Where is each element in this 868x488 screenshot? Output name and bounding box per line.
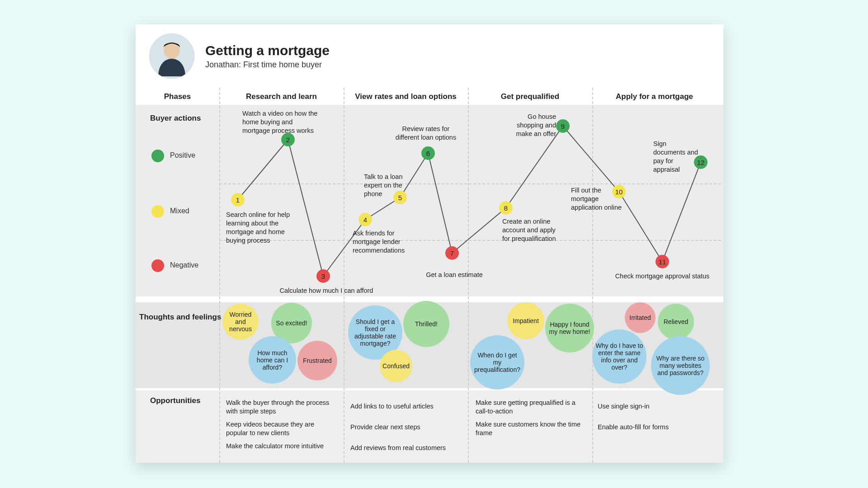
thought-bubble: Why do I have to enter the same info ove… — [592, 329, 646, 384]
col-header-prequal: Get prequalified — [468, 92, 592, 101]
thought-bubble: How much home can I afford? — [249, 336, 296, 384]
journey-node-4: 4 — [359, 213, 372, 226]
journey-node-11: 11 — [656, 255, 669, 268]
journey-node-11-label: Check mortgage approval status — [610, 272, 714, 281]
thought-bubble: Worried and nervous — [222, 304, 259, 340]
legend-label-negative: Negative — [170, 261, 198, 269]
thought-bubble: Frustrated — [297, 341, 337, 380]
row-label-opportunities: Opportunities — [150, 396, 200, 405]
col-header-research: Research and learn — [219, 92, 344, 101]
thought-bubble: Thrilled! — [403, 301, 449, 347]
opportunity-item: Use single sign-in — [598, 402, 702, 411]
journey-node-6-label: Review rates for different loan options — [390, 125, 462, 142]
journey-node-3: 3 — [316, 269, 330, 283]
hdivider — [219, 240, 721, 241]
avatar-icon — [149, 33, 194, 79]
legend-dot-negative — [151, 259, 164, 272]
opportunity-item: Keep videos because they are popular to … — [226, 420, 330, 437]
journey-node-1-label: Search online for help learning about th… — [226, 211, 294, 244]
opportunity-item: Make sure customers know the time frame — [476, 420, 582, 437]
col-header-rates: View rates and loan options — [344, 92, 468, 101]
row-label-buyer-actions: Buyer actions — [150, 114, 201, 123]
legend-label-positive: Positive — [170, 151, 195, 160]
opportunity-item: Add links to to useful articles — [350, 402, 454, 411]
opportunity-item: Make the calculator more intuitive — [226, 442, 330, 450]
opportunity-item: Provide clear next steps — [350, 423, 454, 432]
thought-bubble: Impatient — [507, 302, 544, 339]
legend-dot-positive — [151, 150, 164, 162]
journey-node-10-label: Fill out the mortgage application online — [571, 186, 625, 212]
header: Getting a mortgage Jonathan: First time … — [149, 33, 330, 79]
hdivider — [219, 183, 721, 184]
thought-bubble: Happy I found my new home! — [545, 304, 594, 352]
vdivider — [219, 88, 220, 463]
journey-node-3-label: Calculate how much I can afford — [277, 286, 376, 295]
opportunity-item: Enable auto-fill for forms — [598, 423, 702, 432]
vdivider — [344, 88, 344, 463]
opportunity-item: Walk the buyer through the process with … — [226, 399, 330, 416]
journey-node-12-label: Sign documents and pay for appraisal — [653, 140, 698, 174]
legend-label-mixed: Mixed — [170, 207, 189, 215]
journey-node-1: 1 — [231, 193, 245, 206]
journey-node-5-label: Talk to a loan expert on the phone — [364, 173, 414, 198]
journey-node-8-label: Create an online account and apply for p… — [502, 217, 561, 243]
row-label-thoughts: Thoughts and feelings — [139, 313, 221, 322]
journey-node-9-label: Go house shopping and make an offer — [506, 113, 556, 138]
thought-bubble: Irritated — [625, 302, 656, 333]
col-header-phases: Phases — [136, 92, 219, 101]
page-title: Getting a mortgage — [205, 43, 330, 58]
journey-node-6: 6 — [421, 146, 435, 160]
persona-subtitle: Jonathan: First time home buyer — [205, 60, 330, 70]
journey-node-9: 9 — [556, 119, 570, 133]
thought-bubble: When do I get my prequalification? — [470, 335, 524, 389]
legend-dot-mixed — [151, 205, 164, 218]
journey-node-4-label: Ask friends for mortgage lender recommen… — [353, 229, 414, 255]
thought-bubble: Why are there so many websites and passw… — [651, 336, 710, 395]
thought-bubble: Confused — [380, 350, 412, 382]
persona-avatar — [149, 33, 194, 79]
col-header-apply: Apply for a mortgage — [592, 92, 717, 101]
opportunity-item: Make sure getting prequalified is a call… — [476, 399, 582, 416]
journey-map-card: Getting a mortgage Jonathan: First time … — [136, 24, 723, 463]
journey-node-7: 7 — [445, 246, 459, 260]
journey-node-7-label: Get a loan estimate — [418, 271, 491, 279]
journey-node-8: 8 — [499, 201, 513, 215]
thought-bubble: Relieved — [658, 304, 694, 340]
opportunity-item: Add reviews from real customers — [350, 444, 454, 452]
journey-node-2-label: Watch a video on how the home buying and… — [242, 109, 320, 135]
vdivider — [592, 88, 593, 463]
